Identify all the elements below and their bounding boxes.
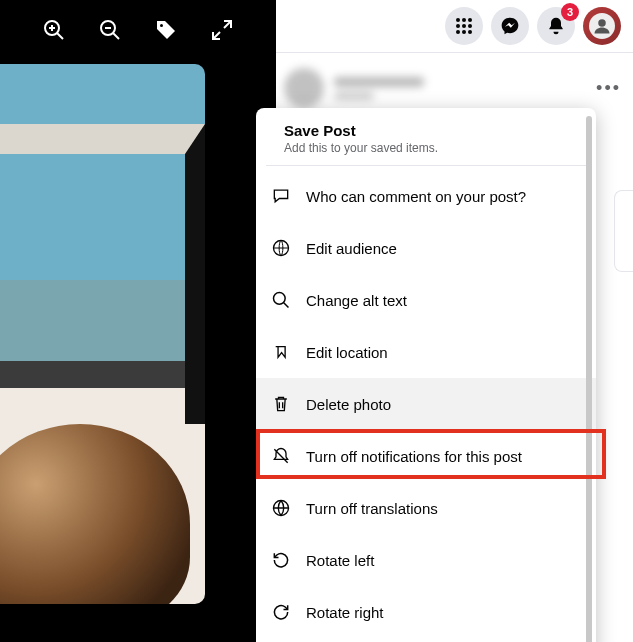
save-post-title: Save Post: [284, 122, 438, 139]
search-icon: [270, 289, 292, 311]
menu-item-rotate-left[interactable]: Rotate left: [256, 534, 596, 586]
menu-grid-button[interactable]: [445, 7, 483, 45]
post-options-menu: Save Post Add this to your saved items. …: [256, 108, 596, 642]
notification-badge: 3: [561, 3, 579, 21]
location-icon: [270, 341, 292, 363]
svg-line-5: [113, 33, 119, 39]
zoom-out-icon[interactable]: [98, 18, 122, 42]
menu-item-edit-audience[interactable]: Edit audience: [256, 222, 596, 274]
messenger-button[interactable]: [491, 7, 529, 45]
svg-line-9: [213, 32, 220, 39]
menu-item-download[interactable]: Download: [256, 638, 596, 642]
menu-item-who-can-comment[interactable]: Who can comment on your post?: [256, 170, 596, 222]
menu-divider: [266, 165, 586, 166]
menu-item-label: Edit audience: [306, 240, 397, 257]
svg-point-7: [160, 24, 163, 27]
fullscreen-icon[interactable]: [210, 18, 234, 42]
rotate-left-icon: [270, 549, 292, 571]
svg-point-16: [456, 30, 460, 34]
photo-toolbar: [0, 18, 276, 42]
menu-item-label: Who can comment on your post?: [306, 188, 526, 205]
svg-point-14: [462, 24, 466, 28]
svg-point-10: [456, 18, 460, 22]
top-nav-bar: 3: [276, 0, 633, 53]
svg-point-19: [598, 19, 606, 27]
menu-item-label: Delete photo: [306, 396, 391, 413]
tag-icon[interactable]: [154, 18, 178, 42]
menu-scrollbar[interactable]: [586, 116, 592, 642]
notifications-button[interactable]: 3: [537, 7, 575, 45]
right-edge-decor: [614, 190, 633, 272]
menu-item-turn-off-translations[interactable]: Turn off translations: [256, 482, 596, 534]
post-author-header: [284, 66, 625, 110]
menu-item-delete-photo[interactable]: Delete photo: [256, 378, 596, 430]
comment-icon: [270, 185, 292, 207]
menu-item-change-alt-text[interactable]: Change alt text: [256, 274, 596, 326]
svg-line-8: [224, 21, 231, 28]
svg-point-11: [462, 18, 466, 22]
menu-item-save-post[interactable]: Save Post Add this to your saved items.: [256, 116, 596, 165]
menu-item-label: Rotate left: [306, 552, 374, 569]
zoom-in-icon[interactable]: [42, 18, 66, 42]
menu-item-rotate-right[interactable]: Rotate right: [256, 586, 596, 638]
svg-line-22: [284, 303, 289, 308]
rotate-right-icon: [270, 601, 292, 623]
svg-point-21: [274, 293, 286, 305]
post-options-button[interactable]: •••: [596, 78, 621, 99]
menu-item-label: Change alt text: [306, 292, 407, 309]
menu-item-label: Turn off translations: [306, 500, 438, 517]
save-post-subtitle: Add this to your saved items.: [284, 141, 438, 155]
bell-off-icon: [270, 445, 292, 467]
menu-item-label: Rotate right: [306, 604, 384, 621]
globe-icon: [270, 237, 292, 259]
svg-point-17: [462, 30, 466, 34]
trash-icon: [270, 393, 292, 415]
menu-item-label: Turn off notifications for this post: [306, 448, 522, 465]
menu-item-edit-location[interactable]: Edit location: [256, 326, 596, 378]
account-avatar-button[interactable]: [583, 7, 621, 45]
photo-image: [0, 64, 205, 604]
translate-icon: [270, 497, 292, 519]
right-pane: 3 ••• Save Post Add this to your saved i…: [276, 0, 633, 642]
menu-item-label: Edit location: [306, 344, 388, 361]
svg-line-1: [57, 33, 63, 39]
svg-point-18: [468, 30, 472, 34]
svg-point-13: [456, 24, 460, 28]
menu-item-turn-off-notifications[interactable]: Turn off notifications for this post: [256, 430, 596, 482]
svg-point-15: [468, 24, 472, 28]
svg-point-12: [468, 18, 472, 22]
photo-viewer-pane: [0, 0, 276, 642]
